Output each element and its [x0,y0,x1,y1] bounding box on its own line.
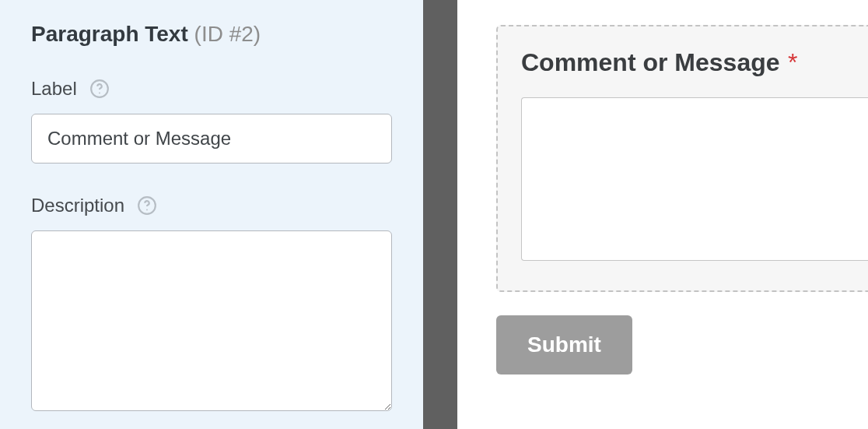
field-type-title: Paragraph Text [31,22,188,46]
field-settings-sidebar: Paragraph Text (ID #2) Label Description [0,0,423,429]
preview-textarea[interactable] [521,97,868,261]
label-input[interactable] [31,114,392,164]
required-asterisk-icon: * [788,48,797,76]
label-field-label: Label [31,78,77,100]
help-icon[interactable] [89,79,110,99]
help-icon[interactable] [137,195,157,216]
field-id-tag: (ID #2) [194,22,261,46]
preview-field-label: Comment or Message [521,48,780,76]
label-field-group: Label [31,78,392,164]
description-textarea[interactable] [31,230,392,411]
description-field-label: Description [31,195,124,216]
label-row: Label [31,78,392,100]
svg-point-3 [146,209,148,211]
panel-divider [423,0,457,429]
preview-field-paragraph[interactable]: Comment or Message * [496,25,868,292]
form-preview: Comment or Message * Submit [457,0,868,429]
submit-button[interactable]: Submit [496,315,632,374]
description-field-group: Description [31,195,392,414]
description-row: Description [31,195,392,216]
sidebar-heading: Paragraph Text (ID #2) [31,22,392,47]
preview-field-label-row: Comment or Message * [521,48,868,77]
svg-point-1 [99,93,100,94]
